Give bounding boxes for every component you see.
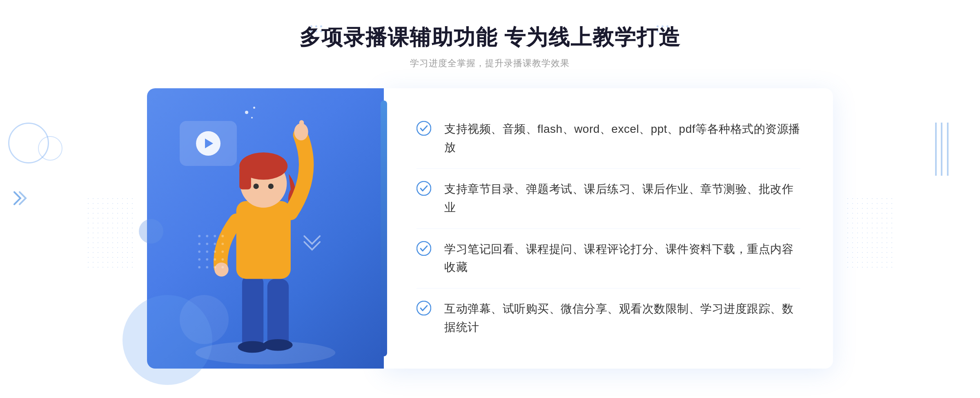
svg-point-32	[214, 266, 216, 268]
svg-point-21	[221, 243, 224, 245]
svg-rect-8	[239, 166, 251, 190]
check-icon-1	[416, 121, 431, 136]
circle-outline-2	[38, 136, 62, 161]
feature-text-3: 学习笔记回看、课程提问、课程评论打分、课件资料下载，重点内容收藏	[444, 240, 800, 277]
svg-point-33	[221, 266, 224, 268]
svg-rect-1	[242, 275, 263, 349]
main-title: 多项录播课辅助功能 专为线上教学打造	[299, 25, 681, 50]
svg-point-13	[214, 263, 228, 277]
svg-point-36	[417, 241, 431, 255]
sub-title: 学习进度全掌握，提升录播课教学效果	[299, 57, 681, 69]
svg-point-30	[198, 266, 200, 268]
svg-point-20	[214, 243, 216, 245]
svg-point-15	[206, 235, 208, 237]
svg-rect-5	[236, 201, 291, 279]
svg-point-28	[214, 258, 216, 261]
striped-rect	[935, 123, 956, 176]
svg-point-25	[221, 250, 224, 253]
svg-point-35	[417, 181, 431, 195]
svg-point-19	[206, 243, 208, 245]
svg-point-16	[214, 235, 216, 237]
svg-point-37	[417, 301, 431, 315]
content-area: 支持视频、音频、flash、word、excel、ppt、pdf等各种格式的资源…	[147, 88, 833, 368]
feature-text-4: 互动弹幕、试听购买、微信分享、观看次数限制、学习进度跟踪、数据统计	[444, 300, 800, 337]
svg-point-18	[198, 243, 200, 245]
left-chevrons	[12, 190, 29, 208]
illustration-panel	[147, 88, 384, 368]
features-panel: 支持视频、音频、flash、word、excel、ppt、pdf等各种格式的资源…	[384, 88, 833, 368]
feature-item-3: 学习笔记回看、课程提问、课程评论打分、课件资料下载，重点内容收藏	[416, 229, 800, 289]
check-icon-2	[416, 181, 431, 196]
page-wrapper: 多项录播课辅助功能 专为线上教学打造 学习进度全掌握，提升录播课教学效果	[0, 0, 980, 398]
svg-point-34	[417, 121, 431, 135]
feature-item-1: 支持视频、音频、flash、word、excel、ppt、pdf等各种格式的资源…	[416, 109, 800, 169]
header: 多项录播课辅助功能 专为线上教学打造 学习进度全掌握，提升录播课教学效果	[299, 25, 681, 69]
svg-point-17	[221, 235, 224, 237]
svg-point-27	[206, 258, 208, 261]
check-icon-4	[416, 301, 431, 315]
svg-point-29	[221, 258, 224, 261]
feature-item-2: 支持章节目录、弹题考试、课后练习、课后作业、章节测验、批改作业	[416, 169, 800, 229]
feature-item-4: 互动弹幕、试听购买、微信分享、观看次数限制、学习进度跟踪、数据统计	[416, 288, 800, 348]
svg-point-4	[263, 339, 292, 351]
svg-point-22	[198, 250, 200, 253]
svg-point-10	[268, 184, 274, 189]
svg-point-14	[198, 235, 200, 237]
svg-point-23	[206, 250, 208, 253]
svg-point-24	[214, 250, 216, 253]
svg-point-9	[253, 184, 258, 189]
svg-point-31	[206, 266, 208, 268]
far-left-deco	[8, 123, 49, 163]
circle-outline-1	[8, 123, 49, 163]
svg-rect-12	[299, 120, 304, 134]
feature-text-1: 支持视频、音频、flash、word、excel、ppt、pdf等各种格式的资源…	[444, 120, 800, 157]
check-icon-3	[416, 241, 431, 256]
dot-pattern-right	[845, 196, 894, 270]
svg-rect-2	[267, 279, 289, 349]
person-illustration	[147, 88, 384, 368]
svg-point-26	[198, 258, 200, 261]
dot-pattern-left	[86, 196, 135, 270]
feature-text-2: 支持章节目录、弹题考试、课后练习、课后作业、章节测验、批改作业	[444, 180, 800, 217]
svg-point-3	[238, 341, 267, 353]
